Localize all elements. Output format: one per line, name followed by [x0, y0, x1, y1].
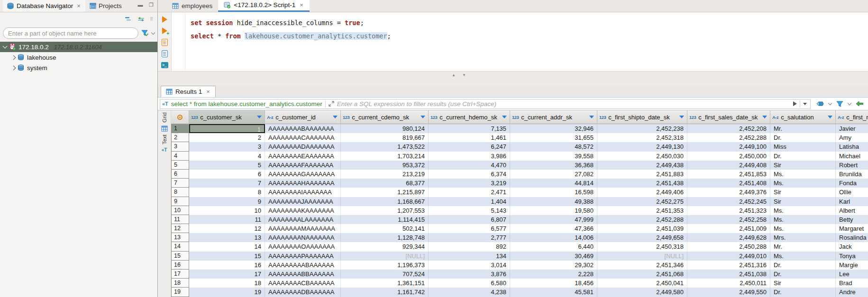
grid-cell-c_salutation[interactable]: Mr.: [770, 124, 836, 133]
tree-item-system[interactable]: system: [0, 63, 157, 73]
grid-cell-c_current_hdemo_sk[interactable]: 6,577: [429, 224, 510, 233]
column-header-c_customer_id[interactable]: A-zc_customer_id: [265, 110, 341, 124]
grid-cell-c_salutation[interactable]: Sir: [770, 279, 836, 288]
green-left-arrow-icon[interactable]: [856, 101, 863, 107]
grid-cell-c_current_cdemo_sk[interactable]: 953,372: [341, 161, 429, 170]
grid-cell-c_customer_sk[interactable]: 16: [189, 261, 265, 270]
grid-cell-c_current_hdemo_sk[interactable]: 6,580: [429, 279, 510, 288]
grid-cell-c_customer_id[interactable]: AAAAAAAAHAAAAAAA: [265, 179, 341, 188]
grid-cell-c_current_hdemo_sk[interactable]: 6,247: [429, 142, 510, 151]
grid-cell-c_first_shipto_date_sk[interactable]: 2,452,238: [597, 124, 687, 133]
column-dropdown-icon[interactable]: [420, 116, 425, 118]
grid-cell-c_first_sales_date_sk[interactable]: 2,449,408: [687, 161, 770, 170]
grid-cell-c_customer_id[interactable]: AAAAAAAAGAAAAAAA: [265, 170, 341, 179]
grid-cell-c_customer_sk[interactable]: 18: [189, 279, 265, 288]
execute-statement-icon[interactable]: [161, 16, 168, 23]
grid-cell-c_current_addr_sk[interactable]: 6,440: [510, 242, 597, 251]
grid-cell-c_first_shipto_date_sk[interactable]: 2,449,580: [597, 288, 687, 297]
grid-cell-c_first_sales_date_sk[interactable]: 2,449,628: [687, 233, 770, 242]
tab-projects[interactable]: Projects: [85, 0, 126, 12]
tab-script-1[interactable]: <172.18.0.2> Script-1 ×: [218, 0, 309, 12]
grid-cell-c_first_shipto_date_sk[interactable]: 2,449,130: [597, 142, 687, 151]
tab-employees[interactable]: employees: [166, 0, 218, 12]
grid-cell-c_salutation[interactable]: Ms.: [770, 206, 836, 215]
grid-cell-c_current_hdemo_sk[interactable]: 4,238: [429, 288, 510, 297]
column-header-c_first_sales_date_sk[interactable]: 123c_first_sales_date_sk: [687, 110, 770, 124]
grid-cell-c_salutation[interactable]: Miss: [770, 142, 836, 151]
grid-cell-c_first_sales_date_sk[interactable]: 2,451,009: [687, 224, 770, 233]
grid-cell-c_current_cdemo_sk[interactable]: 1,207,553: [341, 206, 429, 215]
grid-cell-c_first_shipto_date_sk[interactable]: 2,449,438: [597, 161, 687, 170]
grid-cell-c_current_cdemo_sk[interactable]: 1,215,897: [341, 188, 429, 197]
object-search-input[interactable]: [3, 27, 138, 39]
grid-cell-c_current_cdemo_sk[interactable]: [NULL]: [341, 252, 429, 261]
grid-cell-c_first_name[interactable]: Jack: [836, 242, 868, 251]
column-header-c_current_cdemo_sk[interactable]: 123c_current_cdemo_sk: [341, 110, 429, 124]
grid-cell-c_current_cdemo_sk[interactable]: 929,344: [341, 242, 429, 251]
grid-cell-c_current_cdemo_sk[interactable]: 1,361,151: [341, 279, 429, 288]
grid-cell-c_first_shipto_date_sk[interactable]: 2,450,030: [597, 152, 687, 161]
grid-cell-c_first_name[interactable]: Albert: [836, 206, 868, 215]
grid-cell-c_customer_id[interactable]: AAAAAAAAOAAAAAAA: [265, 242, 341, 251]
apply-filter-icon[interactable]: [793, 101, 797, 106]
splitter-handle[interactable]: ▲▼: [452, 73, 466, 77]
grid-cell-c_first_sales_date_sk[interactable]: 2,449,100: [687, 142, 770, 151]
grid-corner-cell[interactable]: [171, 110, 189, 124]
filter-funnel-check-icon[interactable]: [141, 30, 149, 36]
grid-cell-c_current_cdemo_sk[interactable]: 1,703,214: [341, 152, 429, 161]
filter-query-text[interactable]: select * from lakehouse.customer_analyti…: [171, 100, 322, 108]
grid-cell-c_customer_sk[interactable]: 6: [189, 170, 265, 179]
grid-cell-c_current_hdemo_sk[interactable]: 6,807: [429, 215, 510, 224]
grid-cell-c_first_sales_date_sk[interactable]: 2,452,208: [687, 124, 770, 133]
row-number[interactable]: 11: [171, 215, 189, 224]
grid-cell-c_first_name[interactable]: Margie: [836, 261, 868, 270]
close-icon[interactable]: ×: [76, 2, 81, 9]
grid-cell-c_first_name[interactable]: Javier: [836, 124, 868, 133]
grid-cell-c_salutation[interactable]: Dr.: [770, 152, 836, 161]
grid-cell-c_current_hdemo_sk[interactable]: 4,470: [429, 161, 510, 170]
grid-cell-c_first_sales_date_sk[interactable]: 2,451,408: [687, 179, 770, 188]
grid-cell-c_customer_sk[interactable]: 5: [189, 161, 265, 170]
grid-cell-c_first_shipto_date_sk[interactable]: 2,452,318: [597, 133, 687, 142]
grid-cell-c_salutation[interactable]: Ms.: [770, 224, 836, 233]
grid-cell-c_current_hdemo_sk[interactable]: 7,135: [429, 124, 510, 133]
grid-cell-c_first_shipto_date_sk[interactable]: 2,451,353: [597, 206, 687, 215]
grid-cell-c_customer_sk[interactable]: 15: [189, 252, 265, 261]
grid-cell-c_first_name[interactable]: Brad: [836, 279, 868, 288]
grid-cell-c_current_cdemo_sk[interactable]: 707,524: [341, 270, 429, 279]
grid-cell-c_current_hdemo_sk[interactable]: 6,374: [429, 170, 510, 179]
grid-cell-c_first_shipto_date_sk[interactable]: 2,450,041: [597, 279, 687, 288]
grid-cell-c_current_addr_sk[interactable]: 39,558: [510, 152, 597, 161]
column-header-c_first_shipto_date_sk[interactable]: 123c_first_shipto_date_sk: [597, 110, 687, 124]
grid-cell-c_salutation[interactable]: Ms.: [770, 252, 836, 261]
grid-cell-c_customer_id[interactable]: AAAAAAAAABAAAAAA: [265, 261, 341, 270]
link-with-editor-icon[interactable]: [137, 17, 145, 22]
grid-cell-c_customer_sk[interactable]: 7: [189, 179, 265, 188]
grid-cell-c_customer_sk[interactable]: 3: [189, 142, 265, 151]
filter-history-caret-icon[interactable]: [803, 103, 807, 105]
grid-cell-c_current_addr_sk[interactable]: 44,814: [510, 179, 597, 188]
grid-cell-c_current_addr_sk[interactable]: 14,006: [510, 233, 597, 242]
grid-cell-c_salutation[interactable]: Sir: [770, 188, 836, 197]
grid-cell-c_current_addr_sk[interactable]: 47,366: [510, 224, 597, 233]
grid-cell-c_customer_id[interactable]: AAAAAAAAFAAAAAAA: [265, 161, 341, 170]
grid-cell-c_first_sales_date_sk[interactable]: 2,449,376: [687, 188, 770, 197]
grid-cell-c_first_name[interactable]: Lee: [836, 270, 868, 279]
collapse-all-icon[interactable]: [125, 17, 132, 21]
grid-cell-c_current_hdemo_sk[interactable]: 134: [429, 252, 510, 261]
tab-grid-presentation[interactable]: Grid: [162, 112, 167, 123]
menu-dots-icon[interactable]: ⁞⁞: [150, 18, 153, 20]
grid-cell-c_current_cdemo_sk[interactable]: 1,196,373: [341, 261, 429, 270]
row-number[interactable]: 17: [171, 270, 189, 279]
grid-cell-c_current_hdemo_sk[interactable]: 3,014: [429, 261, 510, 270]
grid-cell-c_first_name[interactable]: Karl: [836, 197, 868, 206]
grid-cell-c_first_sales_date_sk[interactable]: 2,450,000: [687, 152, 770, 161]
grid-cell-c_first_name[interactable]: Latisha: [836, 142, 868, 151]
grid-cell-c_first_sales_date_sk[interactable]: 2,452,288: [687, 133, 770, 142]
grid-cell-c_customer_id[interactable]: AAAAAAAAIAAAAAAA: [265, 188, 341, 197]
grid-cell-c_customer_id[interactable]: AAAAAAAAEAAAAAAA: [265, 152, 341, 161]
sql-editor[interactable]: set session hide_inaccessible_columns = …: [172, 12, 868, 71]
chevron-right-icon[interactable]: [11, 55, 16, 60]
column-header-c_current_hdemo_sk[interactable]: 123c_current_hdemo_sk: [429, 110, 510, 124]
text-presentation-icon[interactable]: «T: [162, 147, 167, 153]
